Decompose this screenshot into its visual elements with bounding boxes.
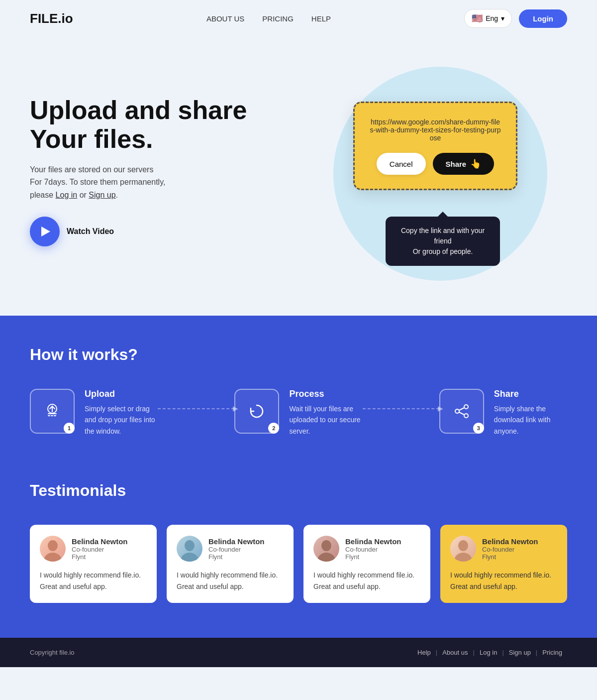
login-button[interactable]: Login (519, 9, 567, 28)
share-buttons: Cancel Share 👆 (370, 153, 501, 175)
card-header-4: Belinda Newton Co-founder Flynt (450, 536, 557, 562)
arrow-1 (158, 399, 234, 419)
avatar-2 (177, 536, 202, 562)
footer-about[interactable]: About us (437, 649, 473, 656)
dashed-line-1 (158, 408, 234, 409)
card-role-4: Co-founder Flynt (482, 546, 538, 561)
footer-login[interactable]: Log in (475, 649, 502, 656)
lang-label: Eng (486, 14, 498, 22)
chevron-down-icon: ▾ (501, 14, 504, 22)
watch-video-button[interactable]: Watch Video (30, 217, 249, 246)
card-header-2: Belinda Newton Co-founder Flynt (177, 536, 284, 562)
testimonials-section: Testimonials Belinda Newton Co-founder F… (0, 471, 597, 638)
card-name-3: Belinda Newton (345, 537, 401, 546)
cancel-button[interactable]: Cancel (377, 153, 426, 175)
step-1-content: Upload Simply select or drag and drop yo… (85, 389, 158, 437)
svg-point-9 (181, 553, 199, 562)
testimonials-title: Testimonials (30, 481, 567, 500)
svg-line-5 (459, 412, 464, 415)
login-link[interactable]: Log in (56, 191, 78, 199)
card-role-1: Co-founder Flynt (72, 546, 128, 561)
hero-right: https://www.google.com/share-dummy-files… (318, 57, 567, 286)
hero-left: Upload and share Your files. Your files … (30, 96, 249, 246)
how-section: How it works? 1 Upload Simply select or … (0, 316, 597, 471)
play-button[interactable] (30, 217, 60, 246)
avatar-3 (313, 536, 339, 562)
play-icon (41, 227, 50, 236)
nav-pricing[interactable]: PRICING (262, 14, 294, 23)
card-header-3: Belinda Newton Co-founder Flynt (313, 536, 420, 562)
svg-point-3 (464, 414, 468, 418)
process-icon (247, 402, 266, 421)
copy-tooltip: Copy the link and with your friend Or gr… (386, 217, 500, 266)
share-button[interactable]: Share 👆 (433, 153, 495, 175)
card-text-1: I would highly recommend file.io. Great … (40, 570, 147, 592)
card-name-2: Belinda Newton (208, 537, 265, 546)
testimonials-grid: Belinda Newton Co-founder Flynt I would … (30, 525, 567, 603)
footer-pricing[interactable]: Pricing (537, 649, 567, 656)
card-name-1: Belinda Newton (72, 537, 128, 546)
avatar-4 (450, 536, 476, 562)
step-1-desc: Simply select or drag and drop your file… (85, 403, 158, 437)
footer-help[interactable]: Help (412, 649, 436, 656)
svg-point-10 (321, 540, 331, 551)
testimonial-card-3: Belinda Newton Co-founder Flynt I would … (303, 525, 430, 603)
hand-icon: 👆 (470, 158, 481, 169)
how-title: How it works? (30, 346, 567, 364)
card-header-1: Belinda Newton Co-founder Flynt (40, 536, 147, 562)
svg-line-4 (459, 408, 464, 410)
step-3-label: Share (494, 389, 567, 399)
step-3-icon-wrap: 3 (439, 389, 484, 434)
card-text-4: I would highly recommend file.io. Great … (450, 570, 557, 592)
flag-icon: 🇺🇸 (472, 13, 483, 24)
testimonial-card-4: Belinda Newton Co-founder Flynt I would … (440, 525, 567, 603)
copyright: Copyright file.io (30, 649, 75, 656)
step-2: 2 Process Wait till your files are uploa… (234, 389, 362, 437)
nav-links: ABOUT US PRICING HELP (206, 14, 331, 23)
step-2-content: Process Wait till your files are uploade… (289, 389, 362, 437)
card-role-2: Co-founder Flynt (208, 546, 265, 561)
hero-section: Upload and share Your files. Your files … (0, 37, 597, 316)
share-dialog: https://www.google.com/share-dummy-files… (353, 102, 517, 190)
hero-title: Upload and share Your files. (30, 96, 249, 153)
step-2-desc: Wait till your files are uploaded to our… (289, 403, 362, 437)
footer: Copyright file.io Help | About us | Log … (0, 638, 597, 667)
avatar-1 (40, 536, 66, 562)
step-1-num: 1 (64, 423, 75, 434)
svg-point-11 (317, 553, 335, 562)
svg-point-6 (48, 540, 58, 551)
nav-about[interactable]: ABOUT US (206, 14, 244, 23)
footer-links: Help | About us | Log in | Sign up | Pri… (412, 649, 567, 656)
testimonial-card-1: Belinda Newton Co-founder Flynt I would … (30, 525, 157, 603)
share-url: https://www.google.com/share-dummy-files… (370, 118, 501, 142)
language-selector[interactable]: 🇺🇸 Eng ▾ (464, 9, 512, 28)
hero-subtitle: Your files are stored on our servers For… (30, 163, 249, 202)
share-icon (452, 402, 471, 421)
logo: FILE.io (30, 11, 73, 26)
step-1: 1 Upload Simply select or drag and drop … (30, 389, 158, 437)
signup-link[interactable]: Sign up (89, 191, 115, 199)
card-name-4: Belinda Newton (482, 537, 538, 546)
card-text-2: I would highly recommend file.io. Great … (177, 570, 284, 592)
card-role-3: Co-founder Flynt (345, 546, 401, 561)
svg-point-2 (455, 409, 459, 413)
svg-point-13 (454, 553, 472, 562)
step-2-label: Process (289, 389, 362, 399)
card-text-3: I would highly recommend file.io. Great … (313, 570, 420, 592)
svg-point-12 (458, 540, 468, 551)
watch-label: Watch Video (67, 227, 114, 236)
svg-point-8 (185, 540, 195, 551)
step-2-icon-wrap: 2 (234, 389, 279, 434)
footer-signup[interactable]: Sign up (504, 649, 536, 656)
navbar: FILE.io ABOUT US PRICING HELP 🇺🇸 Eng ▾ L… (0, 0, 597, 37)
steps-container: 1 Upload Simply select or drag and drop … (30, 389, 567, 437)
testimonial-card-2: Belinda Newton Co-founder Flynt I would … (167, 525, 294, 603)
upload-icon (43, 402, 62, 421)
step-1-label: Upload (85, 389, 158, 399)
step-3: 3 Share Simply share the download link w… (439, 389, 567, 437)
nav-help[interactable]: HELP (311, 14, 331, 23)
dashed-line-2 (363, 408, 439, 409)
nav-right: 🇺🇸 Eng ▾ Login (464, 9, 567, 28)
svg-point-1 (464, 405, 468, 409)
step-3-num: 3 (473, 423, 484, 434)
